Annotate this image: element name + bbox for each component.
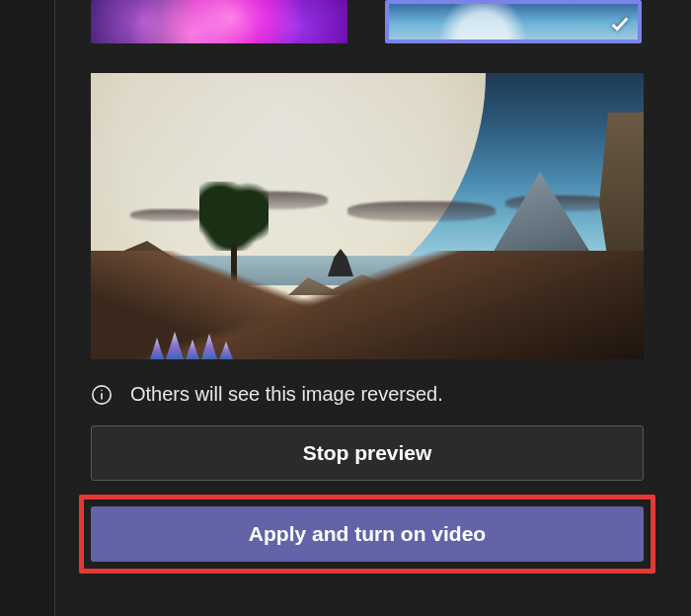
background-option-landscape[interactable] bbox=[385, 0, 642, 43]
instruction-highlight: Apply and turn on video bbox=[79, 495, 655, 574]
apply-button[interactable]: Apply and turn on video bbox=[91, 506, 644, 562]
info-row: Others will see this image reversed. bbox=[91, 383, 655, 406]
stop-preview-button[interactable]: Stop preview bbox=[91, 425, 644, 481]
info-icon bbox=[91, 384, 113, 406]
svg-point-2 bbox=[101, 389, 102, 390]
stop-preview-label: Stop preview bbox=[303, 441, 432, 465]
background-effects-panel: Others will see this image reversed. Sto… bbox=[0, 0, 691, 616]
check-icon bbox=[608, 12, 632, 36]
apply-button-label: Apply and turn on video bbox=[249, 522, 486, 546]
left-rail bbox=[0, 0, 55, 616]
info-text: Others will see this image reversed. bbox=[130, 383, 443, 406]
panel-content: Others will see this image reversed. Sto… bbox=[55, 0, 691, 616]
background-option-nebula[interactable] bbox=[91, 0, 347, 43]
background-thumbnail-row bbox=[91, 0, 655, 43]
background-preview bbox=[91, 73, 644, 359]
